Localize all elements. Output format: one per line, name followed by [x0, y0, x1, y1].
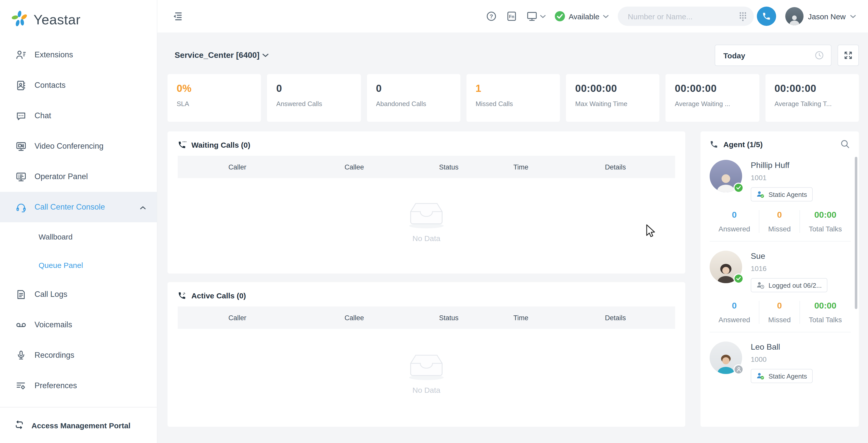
column-header: Callee — [297, 314, 411, 321]
agent-list-scrollbar[interactable] — [855, 157, 857, 309]
stats-row: 0% SLA 0 Answered Calls 0 Abandoned Call… — [167, 74, 859, 122]
sidebar-item-call-center-console[interactable]: Call Center Console — [0, 192, 157, 222]
stat-card-avg-waiting: 00:00:00 Average Waiting ... — [666, 74, 760, 122]
collapse-sidebar-icon[interactable] — [172, 11, 183, 22]
stat-card-missed: 1 Missed Calls — [466, 74, 560, 122]
fullscreen-button[interactable] — [838, 45, 859, 66]
agent-item-leo-ball[interactable]: Leo Ball 1000 Static Agents — [710, 333, 851, 391]
stat-label: Max Waiting Time — [575, 100, 650, 107]
logged-out-agent-icon — [756, 281, 765, 289]
sidebar-item-call-logs[interactable]: Call Logs — [0, 279, 157, 310]
sidebar-item-voicemails[interactable]: Voicemails — [0, 310, 157, 340]
chevron-up-icon — [140, 202, 146, 212]
column-header: Details — [556, 163, 675, 171]
sidebar-item-recordings[interactable]: Recordings — [0, 340, 157, 371]
search-icon[interactable] — [841, 139, 850, 149]
sidebar-item-label: Extensions — [34, 50, 73, 59]
no-data-label: No Data — [412, 386, 440, 394]
call-button[interactable] — [757, 7, 776, 26]
avatar — [710, 342, 742, 374]
no-data-icon — [405, 352, 448, 381]
function-keys-icon[interactable]: Fn — [506, 11, 517, 22]
sidebar-item-label: Call Logs — [34, 290, 67, 299]
column-header: Time — [486, 314, 556, 321]
waiting-calls-empty-state: No Data — [178, 178, 675, 264]
app-window: Yeastar Extensions Contacts — [0, 0, 868, 443]
agent-badge-label: Static Agents — [769, 191, 807, 198]
sidebar-item-contacts[interactable]: Contacts — [0, 70, 157, 100]
stat-card-abandoned: 0 Abandoned Calls — [367, 74, 460, 122]
agent-login-status-badge[interactable]: Logged out 06/2... — [751, 278, 827, 292]
dialpad-icon[interactable] — [739, 11, 747, 21]
sidebar-item-operator-panel[interactable]: Operator Panel — [0, 161, 157, 192]
avatar — [785, 7, 804, 25]
date-range-selector[interactable]: Today — [715, 45, 832, 66]
waiting-calls-title: Waiting Calls (0) — [191, 140, 250, 149]
agent-item-phillip-huff[interactable]: Phillip Huff 1001 Static Agents — [710, 151, 851, 242]
agent-stats: 0 Answered 0 Missed 00:00 Total Talks — [710, 210, 851, 233]
agent-total-talk-label: Total Talks — [800, 316, 851, 324]
user-menu[interactable]: Jason New — [785, 7, 856, 25]
agent-name: Phillip Huff — [751, 161, 813, 170]
stat-value: 00:00:00 — [675, 83, 750, 94]
sidebar-item-video-conferencing[interactable]: Video Conferencing — [0, 131, 157, 161]
call-logs-icon — [15, 289, 26, 300]
queue-selector-label: Service_Center [6400] — [175, 51, 259, 60]
agent-status-offline-icon — [734, 365, 744, 375]
stat-label: Answered Calls — [276, 100, 352, 107]
sidebar: Yeastar Extensions Contacts — [0, 0, 157, 443]
avatar — [710, 251, 742, 283]
agent-answered-label: Answered — [710, 316, 759, 324]
sidebar-item-access-management-portal[interactable]: Access Management Portal — [0, 408, 157, 443]
agent-answered-value: 0 — [710, 301, 759, 311]
stat-label: SLA — [177, 100, 252, 107]
monitor-device-icon[interactable] — [526, 11, 546, 22]
agent-type-badge[interactable]: Static Agents — [751, 187, 813, 201]
no-data-icon — [405, 200, 448, 229]
stat-value: 1 — [476, 83, 551, 94]
agent-type-badge[interactable]: Static Agents — [751, 369, 813, 383]
agent-extension: 1000 — [751, 355, 813, 363]
sidebar-item-label: Operator Panel — [34, 172, 88, 181]
agent-panel-title: Agent (1/5) — [723, 140, 763, 149]
presence-status-selector[interactable]: Available — [555, 11, 608, 21]
column-header: Caller — [178, 314, 297, 321]
active-calls-empty-state: No Data — [178, 329, 675, 418]
column-header: Status — [411, 163, 486, 171]
date-range-value: Today — [723, 51, 745, 60]
waiting-call-icon — [178, 140, 186, 149]
phone-icon — [762, 12, 771, 21]
queue-selector[interactable]: Service_Center [6400] — [175, 51, 269, 60]
stat-label: Average Talking T... — [774, 100, 850, 107]
stat-card-max-waiting: 00:00:00 Max Waiting Time — [566, 74, 660, 122]
stat-value: 0 — [276, 83, 352, 94]
agent-item-sue[interactable]: Sue 1016 Logged out 06/2... — [710, 242, 851, 333]
agent-name: Sue — [751, 252, 827, 261]
sidebar-subitem-wallboard[interactable]: Wallboard — [0, 222, 157, 251]
dial-search-input[interactable] — [627, 11, 739, 21]
help-icon[interactable]: ? — [486, 11, 497, 22]
sidebar-item-extensions[interactable]: Extensions — [0, 39, 157, 70]
sidebar-item-preferences[interactable]: Preferences — [0, 371, 157, 401]
column-header: Callee — [297, 163, 411, 171]
portal-switch-icon — [14, 419, 24, 431]
sidebar-item-label: Video Conferencing — [34, 141, 103, 151]
svg-text:?: ? — [490, 13, 493, 20]
waiting-calls-table-header: Caller Callee Status Time Details — [178, 156, 675, 178]
agent-missed-label: Missed — [760, 225, 800, 233]
agent-list: Phillip Huff 1001 Static Agents — [710, 151, 859, 391]
dial-search-box — [618, 7, 754, 26]
stat-value: 0% — [177, 83, 252, 94]
stat-label: Missed Calls — [476, 100, 551, 107]
sidebar-item-chat[interactable]: Chat — [0, 100, 157, 131]
contacts-icon — [15, 80, 26, 91]
sidebar-subitem-label: Queue Panel — [38, 260, 83, 269]
main-content: Service_Center [6400] Today — [157, 32, 868, 443]
video-conferencing-icon — [15, 140, 26, 152]
expand-icon — [844, 51, 853, 60]
sidebar-subitem-queue-panel[interactable]: Queue Panel — [0, 251, 157, 279]
active-calls-title: Active Calls (0) — [191, 291, 246, 300]
agent-extension: 1016 — [751, 264, 827, 273]
chevron-down-icon — [262, 53, 269, 57]
clock-icon — [815, 51, 824, 60]
